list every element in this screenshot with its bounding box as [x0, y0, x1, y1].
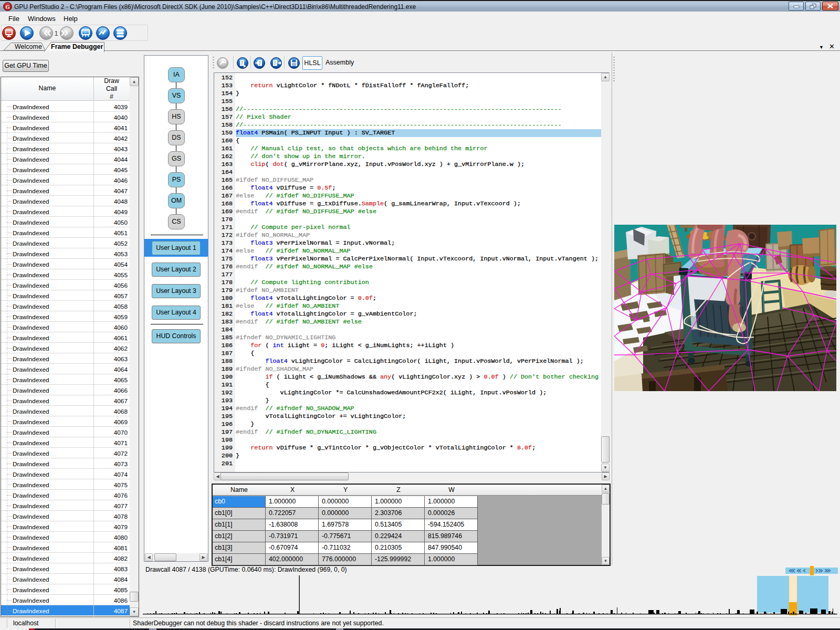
svg-text:G: G	[5, 4, 10, 10]
svg-text:1: 1	[54, 29, 58, 37]
